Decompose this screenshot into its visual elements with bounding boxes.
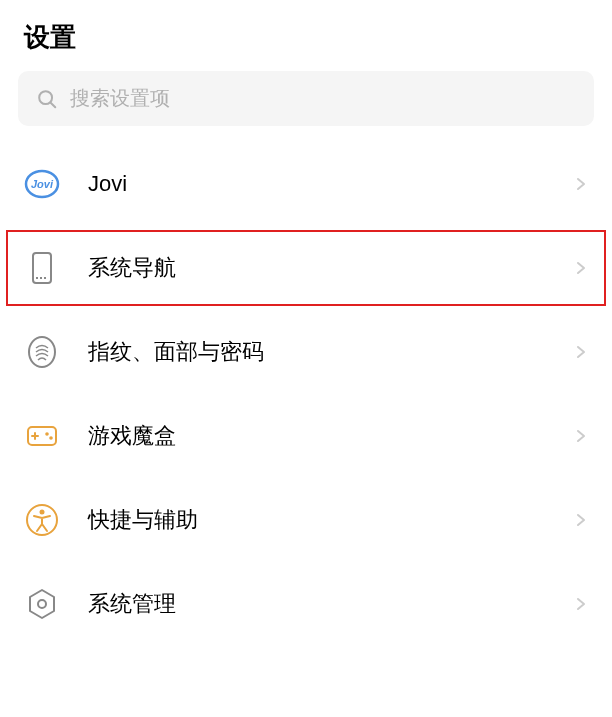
search-icon bbox=[36, 88, 58, 110]
item-label: 指纹、面部与密码 bbox=[88, 337, 574, 367]
page-title: 设置 bbox=[24, 20, 588, 55]
chevron-right-icon bbox=[574, 597, 588, 611]
watermark-text: HandsetCat bbox=[510, 687, 595, 705]
chevron-right-icon bbox=[574, 261, 588, 275]
list-item-jovi[interactable]: Jovi Jovi bbox=[0, 142, 612, 226]
svg-point-10 bbox=[45, 432, 49, 436]
svg-point-13 bbox=[40, 510, 45, 515]
chevron-right-icon bbox=[574, 177, 588, 191]
chevron-right-icon bbox=[574, 513, 588, 527]
list-item-biometrics[interactable]: 指纹、面部与密码 bbox=[0, 310, 612, 394]
svg-marker-14 bbox=[30, 590, 54, 618]
gamepad-icon bbox=[24, 418, 60, 454]
svg-point-15 bbox=[38, 600, 46, 608]
list-item-navigation[interactable]: 系统导航 bbox=[4, 228, 608, 308]
item-label: 游戏魔盒 bbox=[88, 421, 574, 451]
search-container: 搜索设置项 bbox=[0, 71, 612, 142]
item-label: Jovi bbox=[88, 171, 574, 197]
cat-icon bbox=[480, 685, 502, 707]
svg-point-11 bbox=[49, 436, 53, 440]
jovi-icon: Jovi bbox=[24, 166, 60, 202]
svg-point-6 bbox=[29, 337, 55, 367]
list-item-gamebox[interactable]: 游戏魔盒 bbox=[0, 394, 612, 478]
system-icon bbox=[24, 586, 60, 622]
search-box[interactable]: 搜索设置项 bbox=[18, 71, 594, 126]
accessibility-icon bbox=[24, 502, 60, 538]
watermark: HandsetCat bbox=[480, 685, 595, 707]
fingerprint-icon bbox=[24, 334, 60, 370]
item-label: 系统导航 bbox=[88, 253, 574, 283]
svg-line-1 bbox=[51, 102, 56, 107]
phone-icon bbox=[24, 250, 60, 286]
item-label: 系统管理 bbox=[88, 589, 574, 619]
list-item-shortcuts[interactable]: 快捷与辅助 bbox=[0, 478, 612, 562]
chevron-right-icon bbox=[574, 429, 588, 443]
list-item-system[interactable]: 系统管理 bbox=[0, 562, 612, 646]
header: 设置 bbox=[0, 0, 612, 71]
chevron-right-icon bbox=[574, 345, 588, 359]
item-label: 快捷与辅助 bbox=[88, 505, 574, 535]
svg-text:Jovi: Jovi bbox=[31, 178, 54, 190]
search-placeholder: 搜索设置项 bbox=[70, 85, 170, 112]
settings-list: Jovi Jovi 系统导航 指纹 bbox=[0, 142, 612, 646]
